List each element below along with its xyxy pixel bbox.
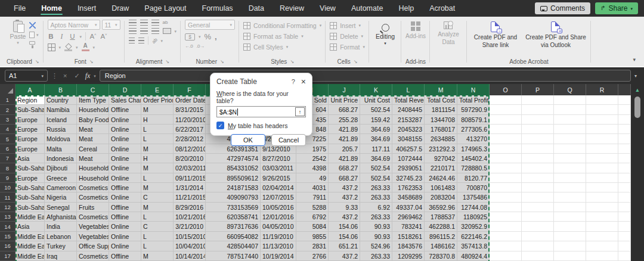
- cell[interactable]: India: [45, 222, 77, 231]
- insert-function-icon[interactable]: fx: [85, 72, 91, 80]
- cell[interactable]: 357413.8: [457, 241, 490, 251]
- cell[interactable]: Country: [45, 95, 77, 105]
- cell[interactable]: 502.54: [360, 163, 392, 173]
- cell[interactable]: 5084: [296, 222, 329, 231]
- cell[interactable]: 263.33: [360, 212, 392, 222]
- cell[interactable]: 5288: [296, 203, 329, 212]
- cell[interactable]: Cosmetics: [77, 192, 109, 202]
- menu-tab-view[interactable]: View: [312, 0, 343, 17]
- row-number-2[interactable]: 2: [0, 105, 16, 114]
- cell[interactable]: 1344708: [425, 115, 457, 125]
- cell[interactable]: [522, 232, 554, 241]
- cell[interactable]: Malta: [45, 144, 77, 154]
- cell[interactable]: 49337.04: [392, 203, 425, 212]
- cell[interactable]: Middle East and North Africa: [16, 212, 45, 222]
- cell[interactable]: 1180925: [457, 212, 490, 222]
- cell[interactable]: 1811154: [425, 105, 457, 114]
- cell[interactable]: [618, 203, 631, 212]
- cell[interactable]: 783241: [392, 222, 425, 231]
- merge-center-icon[interactable]: [163, 28, 171, 34]
- cell[interactable]: 36592.96: [425, 203, 457, 212]
- cut-icon[interactable]: [29, 22, 36, 29]
- row-number-4[interactable]: 4: [0, 125, 16, 134]
- font-name-select[interactable]: Aptos Narrow▾: [48, 20, 100, 30]
- cell[interactable]: [618, 251, 631, 261]
- cell[interactable]: 1768017: [425, 125, 457, 134]
- cell[interactable]: [554, 183, 586, 192]
- cell[interactable]: Meat: [77, 125, 109, 134]
- row-number-14[interactable]: 14: [0, 222, 16, 231]
- cell[interactable]: Sub-Saharan Africa: [16, 192, 45, 202]
- cell[interactable]: [618, 173, 631, 183]
- cell[interactable]: 02/04/2014: [261, 183, 296, 192]
- cell[interactable]: 8/31/2015: [174, 105, 206, 114]
- cell[interactable]: 787517440: [206, 251, 261, 261]
- cell[interactable]: [522, 134, 554, 144]
- cell[interactable]: [554, 203, 586, 212]
- cell[interactable]: [618, 154, 631, 163]
- align-middle-icon[interactable]: [140, 20, 148, 26]
- font-dialog-launcher-icon[interactable]: ↘: [89, 59, 94, 64]
- cell[interactable]: 700870: [457, 183, 490, 192]
- cell[interactable]: 8/27/2010: [261, 154, 296, 163]
- cell[interactable]: Meat: [77, 134, 109, 144]
- cell[interactable]: L: [141, 241, 174, 251]
- cell[interactable]: 437.2: [329, 251, 360, 261]
- cell[interactable]: Item Type: [77, 95, 109, 105]
- cells-format-button[interactable]: Format▾: [330, 42, 365, 52]
- cell[interactable]: 1843576: [392, 241, 425, 251]
- cell[interactable]: [618, 222, 631, 231]
- cell[interactable]: [586, 203, 618, 212]
- menu-tab-review[interactable]: Review: [272, 0, 312, 17]
- cell[interactable]: Nigeria: [45, 192, 77, 202]
- cell[interactable]: 3458689: [392, 192, 425, 202]
- cell[interactable]: [618, 192, 631, 202]
- column-header-D[interactable]: D: [109, 84, 141, 95]
- cell[interactable]: 668.27: [329, 173, 360, 183]
- name-box[interactable]: A1 ▾: [5, 70, 48, 82]
- cell[interactable]: [490, 134, 522, 144]
- cell[interactable]: [554, 232, 586, 241]
- cell[interactable]: [586, 163, 618, 173]
- column-header-Q[interactable]: Q: [554, 84, 586, 95]
- cell[interactable]: 651.21: [329, 241, 360, 251]
- alignment-dialog-launcher-icon[interactable]: ↘: [165, 59, 169, 64]
- column-header-J[interactable]: J: [329, 84, 360, 95]
- cell[interactable]: 364.69: [360, 134, 392, 144]
- borders-icon[interactable]: [48, 44, 55, 51]
- cell[interactable]: Household: [77, 173, 109, 183]
- menu-tab-formulas[interactable]: Formulas: [194, 0, 241, 17]
- cell[interactable]: 413270: [457, 134, 490, 144]
- cell[interactable]: Russia: [45, 125, 77, 134]
- column-header-R[interactable]: R: [586, 84, 618, 95]
- cell[interactable]: 428504407: [206, 241, 261, 251]
- cell[interactable]: 12/07/2015: [261, 192, 296, 202]
- cell[interactable]: 2542: [296, 154, 329, 163]
- cell[interactable]: 502.54: [360, 173, 392, 183]
- cell[interactable]: 231292.3: [425, 144, 457, 154]
- cell[interactable]: 2939051: [392, 163, 425, 173]
- cell[interactable]: 3048155: [392, 134, 425, 144]
- cell[interactable]: 2766: [296, 251, 329, 261]
- font-color-icon[interactable]: A: [82, 43, 89, 51]
- cell[interactable]: 733153569: [206, 203, 261, 212]
- cell[interactable]: [586, 251, 618, 261]
- cell[interactable]: 462288.1: [425, 222, 457, 231]
- cell[interactable]: 241871583: [206, 183, 261, 192]
- cell[interactable]: 9.33: [329, 203, 360, 212]
- cell[interactable]: 597290.9: [457, 105, 490, 114]
- cell[interactable]: 9855: [296, 232, 329, 241]
- cell[interactable]: [586, 212, 618, 222]
- cell[interactable]: [554, 134, 586, 144]
- cell[interactable]: [522, 115, 554, 125]
- cell[interactable]: 4398: [296, 163, 329, 173]
- cell[interactable]: Online: [109, 115, 141, 125]
- cell[interactable]: Online: [109, 232, 141, 241]
- cell[interactable]: [554, 95, 586, 105]
- cell[interactable]: 11/21/2015: [174, 192, 206, 202]
- cell[interactable]: [586, 105, 618, 114]
- cell[interactable]: [490, 241, 522, 251]
- cell[interactable]: 12/01/2016: [261, 212, 296, 222]
- column-header-N[interactable]: N: [457, 84, 490, 95]
- cell[interactable]: 320952.9: [457, 222, 490, 231]
